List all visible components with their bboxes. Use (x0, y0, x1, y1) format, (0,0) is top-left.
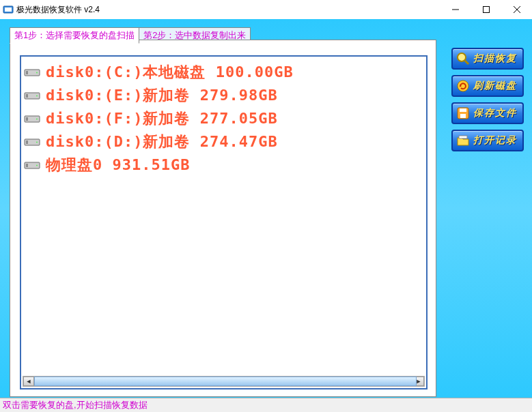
disk-label: disk0:(D:)新加卷 274.47GB (46, 132, 278, 152)
disk-icon (24, 160, 40, 171)
disk-item[interactable]: disk0:(D:)新加卷 274.47GB (24, 130, 423, 153)
svg-rect-13 (26, 117, 28, 121)
disk-icon (24, 67, 40, 78)
scroll-track[interactable] (34, 377, 413, 386)
scroll-left-button[interactable]: ◄ (23, 377, 34, 386)
refresh-icon (456, 78, 471, 93)
svg-point-11 (36, 95, 38, 97)
button-label: 打开记录 (473, 134, 517, 147)
scan-recover-button[interactable]: 扫描恢复 (451, 48, 524, 70)
svg-rect-26 (460, 108, 466, 112)
svg-line-22 (465, 61, 468, 64)
button-label: 刷新磁盘 (473, 80, 517, 92)
disk-item[interactable]: disk0:(E:)新加卷 279.98GB (24, 84, 423, 107)
svg-rect-16 (26, 141, 28, 144)
horizontal-scrollbar[interactable]: ◄ ► (23, 376, 425, 387)
maximize-button[interactable] (471, 0, 501, 19)
save-file-button[interactable]: 保存文件 (451, 102, 524, 124)
svg-rect-3 (483, 7, 489, 13)
side-buttons: 扫描恢复 刷新磁盘 保存文件 打开记录 (451, 48, 524, 151)
status-bar: 双击需要恢复的盘,开始扫描恢复数据 (0, 398, 532, 412)
disk-label: 物理盘0 931.51GB (46, 155, 190, 175)
svg-rect-1 (5, 8, 12, 12)
open-record-button[interactable]: 打开记录 (451, 130, 524, 151)
svg-point-17 (36, 142, 38, 143)
disk-list: disk0:(C:)本地磁盘 100.00GB disk0:(E:)新加卷 27… (20, 55, 428, 389)
svg-rect-7 (26, 71, 28, 74)
disk-item[interactable]: disk0:(F:)新加卷 277.05GB (24, 107, 423, 130)
svg-rect-19 (26, 164, 28, 167)
disk-label: disk0:(C:)本地磁盘 100.00GB (46, 62, 294, 83)
search-icon (456, 51, 471, 66)
refresh-disks-button[interactable]: 刷新磁盘 (451, 75, 524, 97)
window-title: 极光数据恢复软件 v2.4 (16, 4, 100, 16)
save-icon (456, 106, 471, 121)
svg-point-8 (36, 72, 38, 74)
svg-rect-27 (460, 114, 466, 118)
svg-rect-28 (459, 136, 467, 138)
window-controls (440, 0, 532, 19)
folder-open-icon (456, 133, 471, 148)
svg-rect-10 (26, 94, 28, 98)
button-label: 扫描恢复 (473, 53, 517, 65)
svg-point-23 (458, 80, 468, 91)
disk-icon (24, 113, 40, 124)
svg-point-20 (36, 165, 38, 166)
disk-icon (24, 90, 40, 101)
svg-point-21 (458, 53, 466, 61)
titlebar: 极光数据恢复软件 v2.4 (0, 0, 532, 19)
disk-icon (24, 136, 40, 147)
svg-point-14 (36, 119, 38, 120)
disk-label: disk0:(F:)新加卷 277.05GB (46, 108, 278, 129)
close-button[interactable] (501, 0, 532, 19)
disk-item[interactable]: 物理盘0 931.51GB (24, 153, 423, 177)
client-area: 第1步：选择需要恢复的盘扫描 第2步：选中数据复制出来 disk0:(C:)本地… (0, 19, 532, 398)
main-panel: disk0:(C:)本地磁盘 100.00GB disk0:(E:)新加卷 27… (10, 40, 436, 397)
tab-step1[interactable]: 第1步：选择需要恢复的盘扫描 (10, 27, 139, 44)
status-text: 双击需要恢复的盘,开始扫描恢复数据 (3, 399, 148, 411)
minimize-button[interactable] (440, 0, 471, 19)
disk-items: disk0:(C:)本地磁盘 100.00GB disk0:(E:)新加卷 27… (21, 57, 426, 181)
disk-item[interactable]: disk0:(C:)本地磁盘 100.00GB (24, 61, 423, 84)
disk-label: disk0:(E:)新加卷 279.98GB (46, 85, 278, 106)
scroll-thumb[interactable] (34, 377, 417, 386)
app-icon (3, 4, 14, 15)
button-label: 保存文件 (473, 107, 517, 119)
